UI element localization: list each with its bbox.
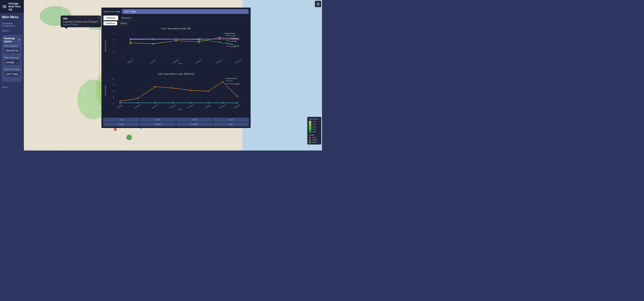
svg-point-144 (155, 102, 156, 103)
svg-text:04/22/19: 04/22/19 (127, 59, 134, 64)
value-type-select-wrapper: average max min (4, 60, 20, 67)
svg-text:04/25/19: 04/25/19 (219, 104, 226, 109)
about-link[interactable]: About (2, 85, 22, 90)
sidebar-item-geo-viz[interactable]: Geospatial Visualizations (2, 22, 22, 28)
svg-point-147 (208, 102, 209, 103)
tab-measures[interactable]: Measures (119, 16, 134, 20)
svg-point-149 (237, 102, 238, 103)
svg-text:h2s ppm: h2s ppm (230, 38, 237, 40)
svg-point-137 (172, 87, 174, 89)
map-container[interactable]: × 056 Long Ave & Fullerton Ave Chicago I… (24, 0, 322, 151)
chart-desplns-title: Last 7 days data for node: DESPLNS (104, 72, 248, 76)
measure-select[interactable]: OpenAQ-o3 OpenAQ-pm2.5 OpenAQ-co OpenAQ-… (4, 48, 20, 53)
filter-so2[interactable]: ⊙ so2 (103, 122, 139, 126)
svg-point-93 (198, 38, 200, 40)
app-title: Chicago Real-Time AQ (8, 2, 21, 11)
tooltip-link[interactable]: Array of Things (63, 23, 99, 26)
node-inactive-item: inactive (309, 139, 320, 141)
svg-text:Measurements: Measurements (224, 33, 235, 35)
node-array-item: ARRAY (309, 141, 320, 143)
svg-text:Time: Time (178, 108, 182, 110)
svg-text:04/26/19: 04/26/19 (216, 59, 222, 64)
filter-pm10[interactable]: ⊙ pm10 (176, 122, 212, 126)
heatmap-chevron-icon: ▾ (19, 39, 20, 41)
filter-pm25[interactable]: ⊙ pm2.5 (140, 122, 176, 126)
value-type-label: Select value type (4, 57, 20, 59)
svg-point-95 (238, 38, 239, 40)
filter-bc[interactable]: ⊙ bc (213, 122, 249, 126)
heatmap-section-title: Heatmap Inputs ▾ (4, 37, 20, 43)
measure-label: Select measure (4, 45, 20, 47)
layers-button[interactable]: ⊞ (315, 1, 321, 7)
node-active-item: active (309, 137, 320, 139)
data-panel: Select time range Last 7 days Last 30 da… (102, 8, 250, 128)
svg-point-50 (114, 128, 117, 131)
svg-point-145 (172, 102, 174, 103)
svg-text:pm2.5 μg/m³: pm2.5 μg/m³ (230, 83, 240, 85)
svg-text:3: 3 (113, 51, 114, 53)
chart-node-desplns: Last 7 days data for node: DESPLNS 12 9 … (104, 72, 248, 115)
svg-point-136 (155, 86, 156, 87)
svg-text:2: 2 (113, 45, 114, 47)
filter-h2s[interactable]: ⊙ h2s (140, 118, 176, 122)
svg-text:0: 0 (113, 33, 114, 35)
panel-time-label: Select time range (104, 10, 120, 13)
svg-text:Measurement: Measurement (104, 85, 106, 97)
chart-node-086: Last 7 days data for node: 086 0 1 2 3 (104, 26, 248, 70)
svg-point-139 (208, 91, 209, 92)
svg-text:04/20/19: 04/20/19 (134, 104, 140, 109)
svg-point-76 (219, 37, 220, 38)
svg-point-142 (119, 102, 120, 103)
sidebar-body: Main Menu Geospatial Visualizations Opti… (0, 13, 24, 92)
svg-text:co ppm: co ppm (230, 35, 236, 37)
tooltip-node-id: 056 (63, 17, 99, 20)
tab-pollutants[interactable]: Pollutants (104, 16, 118, 20)
options-label: Options (2, 30, 10, 32)
svg-text:04/23/19: 04/23/19 (187, 104, 194, 109)
panel-time-select[interactable]: Last 7 days Last 30 days Last 90 days (122, 9, 248, 14)
sidebar: Chicago Real-Time AQ Main Menu Geospatia… (0, 0, 24, 151)
svg-text:no2 ppm: no2 ppm (230, 40, 237, 42)
svg-point-91 (152, 38, 154, 40)
svg-text:04/19/19: 04/19/19 (116, 104, 123, 109)
subtab-tabular[interactable]: Tabular (118, 21, 130, 25)
time-range-select[interactable]: Last 7 days Last 30 days Last 90 days (4, 71, 20, 77)
options-row[interactable]: Options ‹ (2, 29, 22, 33)
svg-point-141 (237, 96, 238, 97)
svg-point-90 (130, 38, 131, 40)
value-type-select[interactable]: average max min (4, 60, 20, 65)
svg-point-134 (119, 101, 120, 102)
filter-o3[interactable]: ⊙ o3 (213, 118, 249, 122)
svg-point-148 (222, 102, 223, 103)
svg-text:3: 3 (113, 96, 114, 98)
main-menu-title: Main Menu (2, 15, 22, 19)
nodes-legend-title: Nodes (309, 134, 320, 136)
svg-point-138 (190, 90, 191, 91)
svg-point-88 (219, 42, 220, 43)
svg-text:6: 6 (113, 90, 114, 92)
filter-row-2: ⊙ so2 ⊙ pm2.5 ⊙ pm10 ⊙ bc (103, 122, 249, 126)
panel-tabs: Pollutants Measures (102, 16, 250, 21)
subtab-graphical[interactable]: Graphical (104, 21, 117, 25)
svg-point-94 (219, 39, 220, 40)
time-range-label: Select time range (4, 68, 20, 71)
svg-point-89 (238, 45, 239, 46)
charts-area: Last 7 days data for node: 086 0 1 2 3 (102, 26, 250, 117)
chart-086-title: Last 7 days data for node: 086 (104, 26, 248, 30)
filter-co[interactable]: ⊙ co (103, 118, 139, 122)
tooltip-address: Long Ave & Fullerton Ave Chicago IL (63, 21, 99, 23)
svg-text:Measurement: Measurement (104, 40, 106, 52)
svg-text:Time: Time (178, 63, 182, 65)
heatmap-legend-values: 0.124 0.106 0.088 0.070 0.052 (312, 121, 316, 133)
svg-point-74 (176, 40, 176, 41)
svg-text:9: 9 (113, 84, 114, 86)
tooltip-close-button[interactable]: × (98, 16, 100, 19)
filter-no2[interactable]: ⊙ no2 (176, 118, 212, 122)
svg-text:o3: o3 (230, 43, 232, 45)
nodes-legend: Nodes active inactive ARRAY (309, 134, 320, 143)
svg-point-143 (137, 102, 138, 103)
hamburger-menu[interactable] (3, 5, 6, 8)
svg-text:04/26/19: 04/26/19 (234, 104, 240, 109)
svg-point-146 (190, 102, 191, 103)
filter-row-1: ⊙ co ⊙ h2s ⊙ no2 ⊙ o3 (103, 118, 249, 122)
